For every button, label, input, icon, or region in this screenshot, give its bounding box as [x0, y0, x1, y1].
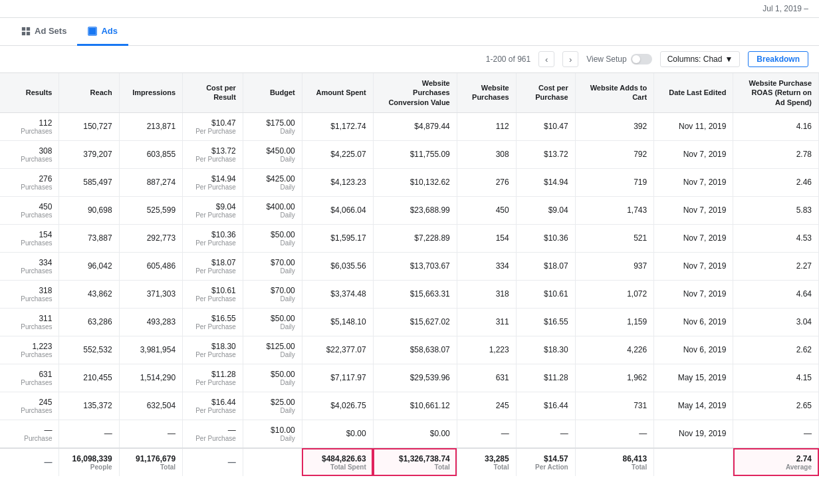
cell-addstocart: 719	[575, 168, 654, 196]
cell-addstocart: 937	[575, 252, 654, 280]
cell-purchases: 334	[457, 252, 516, 280]
table-row: 276Purchases585,497887,274$14.94Per Purc…	[0, 168, 819, 196]
cell-roas: 2.62	[733, 336, 819, 364]
cell-spent: $1,595.17	[302, 224, 373, 252]
footer-results: —	[0, 448, 59, 476]
cell-convvalue: $10,661.12	[373, 392, 457, 420]
cell-lastedited: Nov 7, 2019	[654, 252, 733, 280]
cell-cpr: $10.47Per Purchase	[183, 112, 243, 140]
cell-lastedited: Nov 7, 2019	[654, 168, 733, 196]
col-purchases[interactable]: WebsitePurchases	[457, 73, 516, 112]
cell-spent: $1,172.74	[302, 112, 373, 140]
cell-reach: 585,497	[59, 168, 119, 196]
tab-bar: Ad Sets Ads	[0, 18, 819, 46]
cell-purchases: 154	[457, 224, 516, 252]
cell-budget: $70.00Daily	[243, 252, 302, 280]
table-body: 112Purchases150,727213,871$10.47Per Purc…	[0, 112, 819, 448]
cell-convvalue: $11,755.09	[373, 140, 457, 168]
next-page-button[interactable]: ›	[562, 51, 578, 67]
cell-results: 318Purchases	[0, 280, 59, 308]
cell-convvalue: $58,638.07	[373, 336, 457, 364]
cell-impressions: 292,773	[119, 224, 182, 252]
cell-convvalue: $4,879.44	[373, 112, 457, 140]
cell-lastedited: May 14, 2019	[654, 392, 733, 420]
cell-addstocart: —	[575, 420, 654, 448]
cell-convvalue: $13,703.67	[373, 252, 457, 280]
cell-lastedited: May 15, 2019	[654, 364, 733, 392]
cell-roas: 4.53	[733, 224, 819, 252]
cell-impressions: 3,981,954	[119, 336, 182, 364]
cell-costperpurchase: $18.30	[516, 336, 575, 364]
cell-results: 276Purchases	[0, 168, 59, 196]
prev-page-button[interactable]: ‹	[538, 51, 554, 67]
cell-lastedited: Nov 7, 2019	[654, 280, 733, 308]
view-setup: View Setup	[586, 54, 652, 64]
breakdown-button[interactable]: Breakdown	[748, 51, 808, 67]
col-roas[interactable]: Website PurchaseROAS (Return onAd Spend)	[733, 73, 819, 112]
cell-spent: $4,026.75	[302, 392, 373, 420]
cell-purchases: 318	[457, 280, 516, 308]
cell-purchases: 276	[457, 168, 516, 196]
col-spent[interactable]: Amount Spent	[302, 73, 373, 112]
footer-budget	[243, 448, 302, 476]
col-convvalue[interactable]: WebsitePurchasesConversion Value	[373, 73, 457, 112]
cell-addstocart: 1,159	[575, 308, 654, 336]
footer-impressions: 91,176,679 Total	[119, 448, 182, 476]
col-lastedited[interactable]: Date Last Edited	[654, 73, 733, 112]
cell-impressions: 1,514,290	[119, 364, 182, 392]
cell-purchases: 112	[457, 112, 516, 140]
columns-button[interactable]: Columns: Chad ▼	[660, 51, 741, 67]
table-footer: — 16,098,339 People 91,176,679 Total — $…	[0, 448, 819, 476]
cell-results: 334Purchases	[0, 252, 59, 280]
cell-reach: 210,455	[59, 364, 119, 392]
table-row: 112Purchases150,727213,871$10.47Per Purc…	[0, 112, 819, 140]
cell-costperpurchase: —	[516, 420, 575, 448]
view-setup-toggle[interactable]	[631, 54, 652, 64]
cell-cpr: $16.55Per Purchase	[183, 308, 243, 336]
cell-lastedited: Nov 6, 2019	[654, 336, 733, 364]
col-results[interactable]: Results	[0, 73, 59, 112]
cell-costperpurchase: $10.61	[516, 280, 575, 308]
cell-lastedited: Nov 7, 2019	[654, 140, 733, 168]
cell-reach: 63,286	[59, 308, 119, 336]
cell-results: 631Purchases	[0, 364, 59, 392]
col-cpr[interactable]: Cost perResult	[183, 73, 243, 112]
cell-cpr: $13.72Per Purchase	[183, 140, 243, 168]
footer-cpr: —	[183, 448, 243, 476]
cell-convvalue: $15,627.02	[373, 308, 457, 336]
cell-convvalue: $15,663.31	[373, 280, 457, 308]
cell-reach: 90,698	[59, 196, 119, 224]
cell-results: —Purchase	[0, 420, 59, 448]
view-setup-label: View Setup	[586, 55, 627, 64]
table-row: 154Purchases73,887292,773$10.36Per Purch…	[0, 224, 819, 252]
cell-roas: 4.15	[733, 364, 819, 392]
cell-results: 450Purchases	[0, 196, 59, 224]
cell-purchases: 1,223	[457, 336, 516, 364]
col-costperpurchase[interactable]: Cost perPurchase	[516, 73, 575, 112]
col-reach[interactable]: Reach	[59, 73, 119, 112]
data-table-wrapper: Results Reach Impressions Cost perResult…	[0, 73, 819, 476]
cell-cpr: $16.44Per Purchase	[183, 392, 243, 420]
tab-adsets[interactable]: Ad Sets	[11, 18, 77, 46]
table-row: 334Purchases96,042605,486$18.07Per Purch…	[0, 252, 819, 280]
cell-budget: $10.00Daily	[243, 420, 302, 448]
cell-convvalue: $7,228.89	[373, 224, 457, 252]
cell-convvalue: $29,539.96	[373, 364, 457, 392]
col-addstocart[interactable]: Website Adds toCart	[575, 73, 654, 112]
cell-costperpurchase: $9.04	[516, 196, 575, 224]
cell-costperpurchase: $18.07	[516, 252, 575, 280]
cell-impressions: 371,303	[119, 280, 182, 308]
col-impressions[interactable]: Impressions	[119, 73, 182, 112]
cell-spent: $5,148.10	[302, 308, 373, 336]
footer-addstocart: 86,413 Total	[575, 448, 654, 476]
cell-impressions: 213,871	[119, 112, 182, 140]
cell-spent: $3,374.48	[302, 280, 373, 308]
cell-impressions: 493,283	[119, 308, 182, 336]
tab-ads[interactable]: Ads	[77, 18, 128, 46]
svg-rect-0	[22, 27, 25, 30]
table-row: 308Purchases379,207603,855$13.72Per Purc…	[0, 140, 819, 168]
cell-impressions: 605,486	[119, 252, 182, 280]
cell-impressions: 887,274	[119, 168, 182, 196]
cell-impressions: 603,855	[119, 140, 182, 168]
col-budget[interactable]: Budget	[243, 73, 302, 112]
